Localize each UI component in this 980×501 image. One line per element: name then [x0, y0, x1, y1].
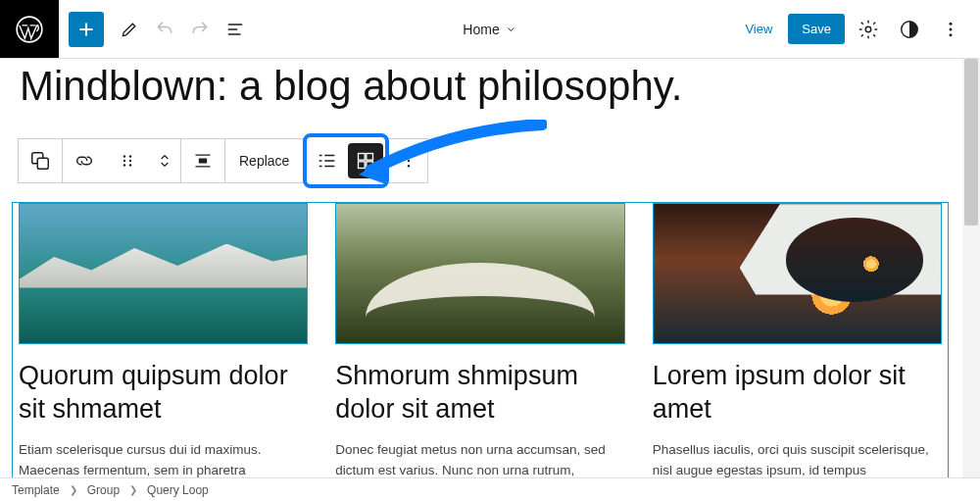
replace-button[interactable]: Replace [225, 139, 303, 182]
align-icon[interactable] [181, 139, 224, 182]
svg-point-4 [950, 27, 953, 30]
settings-icon[interactable] [851, 12, 886, 47]
breadcrumb-item[interactable]: Template [12, 483, 60, 497]
svg-point-11 [129, 160, 131, 162]
editor-canvas: Mindblown: a blog about philosophy. Repl [0, 59, 960, 477]
post-excerpt: Donec feugiat metus non urna accumsan, s… [335, 440, 624, 477]
post-excerpt: Phasellus iaculis, orci quis suscipit sc… [653, 440, 942, 477]
redo-icon[interactable] [182, 12, 218, 47]
block-type-icon[interactable] [19, 139, 62, 182]
svg-point-12 [123, 165, 125, 167]
post-card[interactable]: Lorem ipsum dolor sit amet Phasellus iac… [653, 203, 942, 477]
undo-icon[interactable] [147, 12, 182, 47]
post-featured-image[interactable] [19, 203, 308, 344]
svg-rect-14 [199, 159, 207, 164]
block-breadcrumb: Template ❯ Group ❯ Query Loop [0, 477, 980, 501]
post-title[interactable]: Shmorum shmipsum dolor sit amet [335, 360, 624, 426]
add-block-button[interactable] [69, 12, 104, 47]
svg-point-8 [123, 156, 125, 158]
document-title-text: Home [463, 22, 499, 37]
post-featured-image[interactable] [335, 203, 624, 344]
svg-point-9 [129, 156, 131, 158]
post-featured-image[interactable] [653, 203, 942, 344]
svg-point-10 [123, 160, 125, 162]
svg-point-1 [865, 26, 871, 32]
link-icon[interactable] [63, 139, 106, 182]
annotation-arrow [351, 120, 547, 198]
editor-topbar: Home View Save [0, 0, 980, 59]
styles-icon[interactable] [892, 12, 927, 47]
document-title-dropdown[interactable]: Home [463, 22, 516, 37]
view-button[interactable]: View [735, 16, 782, 42]
post-title[interactable]: Quorum quipsum dolor sit shmamet [19, 360, 308, 426]
breadcrumb-item[interactable]: Group [87, 483, 120, 497]
list-display-icon[interactable] [309, 139, 346, 182]
move-arrows-icon[interactable] [149, 139, 180, 182]
scrollbar-thumb[interactable] [964, 59, 978, 225]
svg-rect-7 [37, 159, 48, 170]
post-card[interactable]: Shmorum shmipsum dolor sit amet Donec fe… [335, 203, 624, 477]
chevron-right-icon: ❯ [70, 484, 77, 495]
block-toolbar: Replace [18, 133, 428, 188]
chevron-down-icon [506, 24, 517, 35]
vertical-scrollbar[interactable] [962, 59, 980, 477]
edit-tool-icon[interactable] [112, 12, 147, 47]
svg-point-5 [950, 33, 953, 36]
post-title[interactable]: Lorem ipsum dolor sit amet [653, 360, 942, 426]
svg-point-13 [129, 165, 131, 167]
post-excerpt: Etiam scelerisque cursus dui id maximus.… [19, 440, 308, 477]
chevron-right-icon: ❯ [129, 484, 137, 495]
post-card[interactable]: Quorum quipsum dolor sit shmamet Etiam s… [19, 203, 308, 477]
query-loop-grid[interactable]: Quorum quipsum dolor sit shmamet Etiam s… [12, 202, 949, 477]
svg-point-3 [950, 22, 953, 25]
save-button[interactable]: Save [788, 14, 845, 44]
page-title[interactable]: Mindblown: a blog about philosophy. [20, 63, 941, 110]
more-options-icon[interactable] [933, 12, 968, 47]
drag-handle-icon[interactable] [106, 139, 149, 182]
breadcrumb-item[interactable]: Query Loop [147, 483, 209, 497]
list-view-icon[interactable] [218, 12, 253, 47]
